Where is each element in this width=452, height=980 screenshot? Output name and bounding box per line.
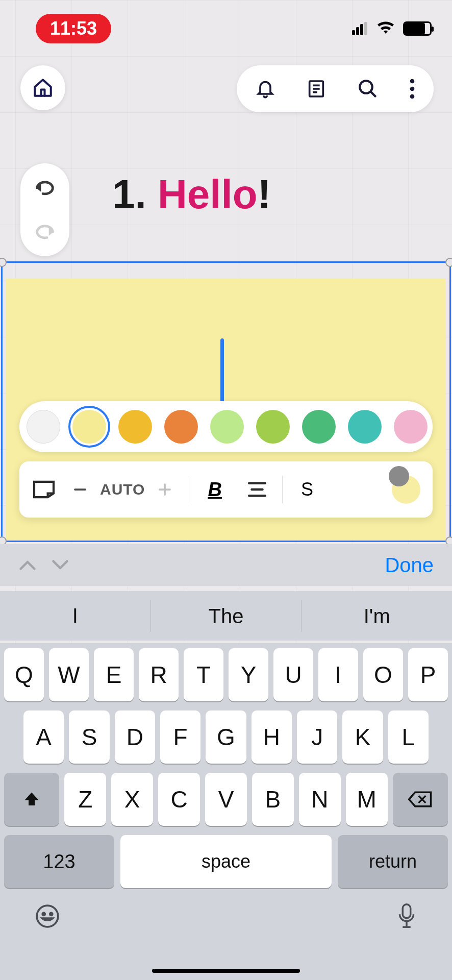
key-e[interactable]: E <box>94 648 134 701</box>
chevron-up-icon <box>18 558 37 572</box>
color-swatch[interactable] <box>27 410 60 444</box>
done-button[interactable]: Done <box>385 554 434 577</box>
emoji-icon <box>35 903 60 929</box>
shift-icon <box>22 790 41 808</box>
key-o[interactable]: O <box>363 648 403 701</box>
key-t[interactable]: T <box>184 648 223 701</box>
key-c[interactable]: C <box>158 773 200 826</box>
notifications-button[interactable] <box>255 79 275 99</box>
align-center-icon <box>246 480 268 499</box>
color-swatch[interactable] <box>164 410 198 444</box>
key-p[interactable]: P <box>408 648 448 701</box>
suggestion-word[interactable]: The <box>150 600 302 632</box>
color-swatch[interactable] <box>118 410 152 444</box>
heading-word: Hello <box>158 172 258 217</box>
key-s[interactable]: S <box>69 710 109 764</box>
kebab-icon <box>409 79 415 99</box>
suggestion-word[interactable]: I <box>0 591 150 641</box>
svg-point-6 <box>410 79 415 84</box>
space-key[interactable]: space <box>120 835 332 888</box>
plus-icon <box>157 482 172 497</box>
suggestion-word[interactable]: I'm <box>301 600 452 632</box>
color-swatch[interactable] <box>72 410 106 444</box>
key-z[interactable]: Z <box>64 773 106 826</box>
format-toolbar: AUTO B S <box>19 461 433 518</box>
home-icon <box>32 77 54 99</box>
search-icon <box>357 78 379 100</box>
key-l[interactable]: L <box>388 710 429 764</box>
bold-button[interactable]: B <box>208 479 221 501</box>
key-n[interactable]: N <box>299 773 341 826</box>
key-m[interactable]: M <box>346 773 388 826</box>
svg-point-4 <box>360 81 372 93</box>
color-indicator-button[interactable] <box>392 475 420 504</box>
keyboard-row-1: QWERTYUIOP <box>4 648 448 701</box>
document-icon <box>306 79 327 99</box>
color-swatch[interactable] <box>210 410 244 444</box>
emoji-button[interactable] <box>35 903 60 929</box>
separator <box>282 476 283 503</box>
resize-handle-tr[interactable] <box>445 258 452 267</box>
return-key[interactable]: return <box>338 835 448 888</box>
next-field-button[interactable] <box>51 558 69 572</box>
home-indicator[interactable] <box>152 969 300 973</box>
key-y[interactable]: Y <box>229 648 268 701</box>
redo-button[interactable] <box>33 222 57 242</box>
size-auto-label: AUTO <box>100 481 145 498</box>
battery-icon <box>403 21 432 36</box>
align-button[interactable] <box>246 480 268 499</box>
status-icons <box>352 21 432 36</box>
color-swatch[interactable] <box>394 410 428 444</box>
undo-redo-toolbar <box>20 163 69 256</box>
key-b[interactable]: B <box>252 773 294 826</box>
key-g[interactable]: G <box>206 710 246 764</box>
heading-bang: ! <box>258 172 271 217</box>
decrease-size-button[interactable] <box>72 482 88 497</box>
text-cursor <box>220 338 224 404</box>
sticky-shape-icon <box>32 480 56 499</box>
key-q[interactable]: Q <box>4 648 44 701</box>
color-swatch[interactable] <box>302 410 336 444</box>
shift-key[interactable] <box>4 773 59 826</box>
key-w[interactable]: W <box>49 648 89 701</box>
undo-button[interactable] <box>33 178 57 198</box>
list-button[interactable] <box>306 79 327 99</box>
backspace-key[interactable] <box>393 773 448 826</box>
key-r[interactable]: R <box>139 648 179 701</box>
key-a[interactable]: A <box>23 710 64 764</box>
key-h[interactable]: H <box>252 710 292 764</box>
wifi-icon <box>376 21 395 36</box>
home-button[interactable] <box>20 65 65 110</box>
key-u[interactable]: U <box>273 648 313 701</box>
svg-point-18 <box>42 913 45 915</box>
shape-button[interactable] <box>32 480 56 499</box>
key-f[interactable]: F <box>160 710 200 764</box>
search-button[interactable] <box>357 78 379 100</box>
prev-field-button[interactable] <box>18 558 37 572</box>
svg-point-19 <box>50 913 53 915</box>
chevron-down-icon <box>51 558 69 572</box>
heading-text[interactable]: 1. Hello! <box>112 171 271 218</box>
dictation-button[interactable] <box>396 902 417 930</box>
undo-icon <box>33 178 57 198</box>
key-i[interactable]: I <box>318 648 358 701</box>
key-d[interactable]: D <box>115 710 155 764</box>
color-swatch[interactable] <box>348 410 382 444</box>
increase-size-button[interactable] <box>157 482 172 497</box>
resize-handle-tl[interactable] <box>0 258 7 267</box>
key-x[interactable]: X <box>111 773 153 826</box>
top-toolbar <box>237 65 434 112</box>
keyboard-row-3: ZXCVBNM <box>4 773 448 826</box>
more-button[interactable] <box>409 79 415 99</box>
redo-icon <box>33 222 57 242</box>
status-time-recording: 11:53 <box>36 14 111 43</box>
numbers-key[interactable]: 123 <box>4 835 114 888</box>
key-k[interactable]: K <box>342 710 383 764</box>
key-v[interactable]: V <box>205 773 247 826</box>
key-j[interactable]: J <box>297 710 337 764</box>
svg-point-17 <box>37 905 58 927</box>
color-swatch[interactable] <box>256 410 290 444</box>
separator <box>189 476 189 503</box>
text-style-button[interactable]: S <box>301 479 313 500</box>
size-group: AUTO <box>72 481 172 498</box>
